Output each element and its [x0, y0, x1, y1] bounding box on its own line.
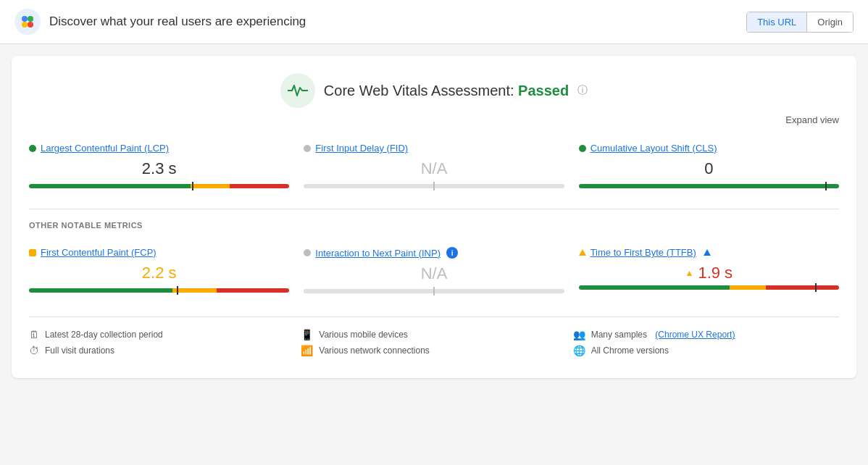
assessment-title-text: Core Web Vitals Assessment:	[324, 83, 514, 99]
ttfb-value-container: ▲ 1.9 s	[579, 264, 839, 282]
ttfb-link[interactable]: Time to First Byte (TTFB)	[591, 247, 696, 258]
other-metrics-grid: First Contentful Paint (FCP) 2.2 s Inter…	[29, 241, 839, 299]
fcp-value: 2.2 s	[29, 264, 289, 282]
network-text: Various network connections	[319, 345, 430, 356]
footer-item-devices: 📱 Various mobile devices	[301, 329, 567, 340]
page-title: Discover what your real users are experi…	[49, 14, 306, 29]
inp-dot	[304, 249, 311, 256]
footer-item-versions: 🌐 All Chrome versions	[573, 345, 839, 356]
samples-text: Many samples	[591, 330, 650, 340]
timer-icon: ⏱	[29, 345, 39, 356]
metric-fcp: First Contentful Paint (FCP) 2.2 s	[29, 241, 289, 299]
ttfb-warning-icon: ▲	[685, 268, 694, 278]
header-left: Discover what your real users are experi…	[14, 9, 306, 35]
section-divider	[29, 209, 839, 209]
cls-value: 0	[579, 159, 839, 178]
lcp-bar	[29, 184, 289, 188]
cls-bar	[579, 184, 839, 188]
assessment-info-icon[interactable]: ⓘ	[577, 84, 588, 97]
svg-point-0	[14, 9, 41, 35]
footer-info: 🗓 Latest 28-day collection period ⏱ Full…	[29, 317, 839, 361]
svg-point-2	[28, 16, 33, 22]
svg-point-1	[22, 16, 28, 22]
page-header: Discover what your real users are experi…	[0, 0, 868, 44]
metric-inp: Interaction to Next Paint (INP) i N/A	[304, 241, 564, 299]
pulse-icon	[280, 73, 315, 108]
assessment-title: Core Web Vitals Assessment: Passed	[324, 83, 569, 99]
metric-lcp: Largest Contentful Paint (LCP) 2.3 s	[29, 137, 289, 194]
chrome-ux-link[interactable]: (Chrome UX Report)	[655, 330, 735, 340]
cls-link[interactable]: Cumulative Layout Shift (CLS)	[591, 143, 717, 154]
footer-col2: 📱 Various mobile devices 📶 Various netwo…	[301, 329, 567, 361]
svg-point-4	[28, 22, 33, 28]
inp-bar	[304, 289, 564, 293]
assessment-status: Passed	[518, 83, 569, 99]
footer-item-visit: ⏱ Full visit durations	[29, 345, 295, 356]
lcp-value: 2.3 s	[29, 159, 289, 178]
people-icon: 👥	[573, 329, 585, 340]
cls-dot	[579, 145, 586, 152]
visit-duration-text: Full visit durations	[45, 345, 114, 356]
other-metrics-label: OTHER NOTABLE METRICS	[29, 221, 839, 230]
metric-ttfb: Time to First Byte (TTFB) ▲ 1.9 s	[579, 241, 839, 299]
ttfb-blue-triangle	[704, 249, 711, 256]
logo-icon	[14, 9, 41, 35]
fid-value: N/A	[304, 159, 564, 178]
fcp-link[interactable]: First Contentful Paint (FCP)	[41, 247, 157, 258]
metric-fid: First Input Delay (FID) N/A	[304, 137, 564, 194]
lcp-label: Largest Contentful Paint (LCP)	[29, 143, 289, 154]
footer-item-collection: 🗓 Latest 28-day collection period	[29, 329, 295, 340]
inp-value: N/A	[304, 264, 564, 283]
inp-link[interactable]: Interaction to Next Paint (INP)	[315, 248, 441, 259]
fid-link[interactable]: First Input Delay (FID)	[315, 143, 408, 154]
fcp-bar	[29, 288, 289, 293]
ttfb-label: Time to First Byte (TTFB)	[579, 247, 839, 258]
url-origin-toggle[interactable]: This URL Origin	[746, 12, 854, 33]
lcp-link[interactable]: Largest Contentful Paint (LCP)	[41, 143, 169, 154]
core-metrics-grid: Largest Contentful Paint (LCP) 2.3 s Fir…	[29, 137, 839, 194]
origin-button[interactable]: Origin	[807, 12, 853, 32]
fcp-dot	[29, 249, 36, 256]
ttfb-bar	[579, 285, 839, 290]
inp-label: Interaction to Next Paint (INP) i	[304, 247, 564, 259]
collection-period-text: Latest 28-day collection period	[45, 330, 163, 340]
this-url-button[interactable]: This URL	[747, 12, 807, 32]
pulse-svg	[288, 83, 308, 98]
mobile-icon: 📱	[301, 329, 313, 340]
ttfb-value: 1.9 s	[698, 264, 733, 282]
svg-point-3	[22, 22, 28, 28]
lcp-dot	[29, 145, 36, 152]
versions-text: All Chrome versions	[591, 345, 669, 356]
calendar-icon: 🗓	[29, 329, 39, 340]
fcp-label: First Contentful Paint (FCP)	[29, 247, 289, 258]
ttfb-dot	[579, 249, 586, 256]
metric-cls: Cumulative Layout Shift (CLS) 0	[579, 137, 839, 194]
expand-view-container: Expand view	[29, 114, 839, 125]
expand-view-link[interactable]: Expand view	[785, 114, 839, 125]
footer-item-network: 📶 Various network connections	[301, 345, 567, 356]
footer-item-samples: 👥 Many samples (Chrome UX Report)	[573, 329, 839, 340]
inp-info-badge[interactable]: i	[446, 247, 458, 259]
network-icon: 📶	[301, 345, 313, 356]
fid-label: First Input Delay (FID)	[304, 143, 564, 154]
footer-col3: 👥 Many samples (Chrome UX Report) 🌐 All …	[573, 329, 839, 361]
footer-col1: 🗓 Latest 28-day collection period ⏱ Full…	[29, 329, 295, 361]
cls-label: Cumulative Layout Shift (CLS)	[579, 143, 839, 154]
devices-text: Various mobile devices	[319, 330, 408, 340]
fid-bar	[304, 184, 564, 188]
assessment-header: Core Web Vitals Assessment: Passed ⓘ	[29, 73, 839, 108]
main-card: Core Web Vitals Assessment: Passed ⓘ Exp…	[12, 56, 856, 378]
fid-dot	[304, 145, 311, 152]
chrome-icon: 🌐	[573, 345, 585, 356]
